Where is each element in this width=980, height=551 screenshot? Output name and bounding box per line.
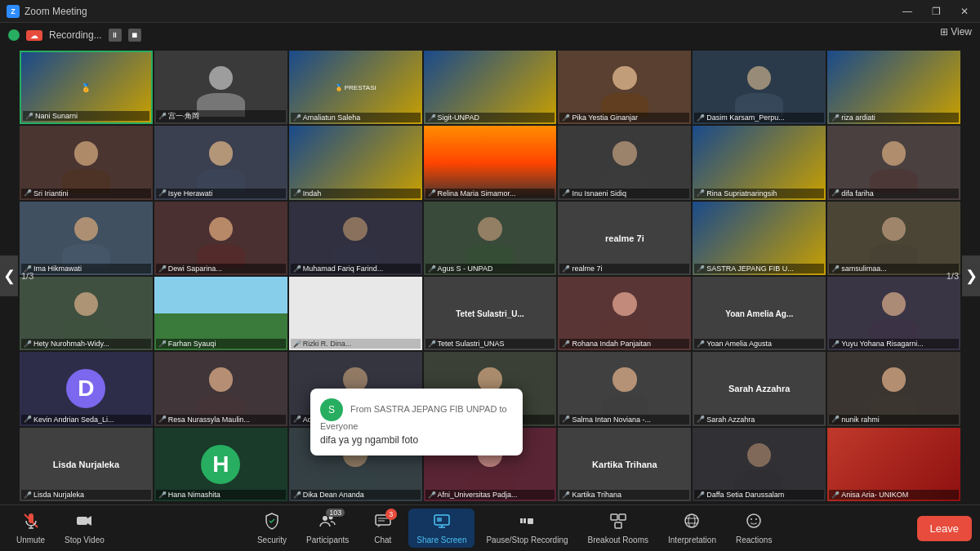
video-cell-miyako[interactable]: 🎤宫一·角岡 (154, 51, 287, 124)
cell-name-ima: 🎤Ima Hikmawati (21, 264, 151, 273)
cell-name-dasim: 🎤Dasim Karsam_Perpu... (694, 113, 824, 122)
cell-name-nunik: 🎤nunik rahmi (829, 415, 959, 424)
video-cell-sri[interactable]: 🎤Sri Iriantini (20, 126, 153, 199)
maximize-button[interactable]: ❐ (927, 6, 946, 17)
video-cell-kartika[interactable]: Kartika Trihana 🎤Kartika Trihana (558, 428, 691, 501)
cell-name-sri: 🎤Sri Iriantini (21, 189, 151, 198)
video-cell-isye[interactable]: 🎤Isye Herawati (154, 126, 287, 199)
svg-point-25 (747, 514, 760, 527)
video-cell-inu[interactable]: 🎤Inu Isnaeni Sidiq (558, 126, 691, 199)
video-cell-kevin[interactable]: D 🎤Kevin Andrian Seda_Li... (20, 352, 153, 425)
titlebar-title: Zoom Meeting (24, 6, 87, 17)
chat-button[interactable]: 3 Chat (360, 509, 405, 548)
video-cell-muhamad[interactable]: 🎤Muhamad Fariq Farind... (289, 202, 422, 275)
video-cell-agus[interactable]: 🎤Agus S - UNPAD (424, 202, 557, 275)
video-cell-lisda[interactable]: Lisda Nurjaleka 🎤Lisda Nurjaleka (20, 428, 153, 501)
next-page-button[interactable]: ❯ (962, 256, 980, 296)
recording-cloud-icon: ☁ (26, 30, 42, 41)
cell-name-samsul: 🎤samsulimaa... (829, 264, 959, 273)
svg-rect-12 (437, 518, 442, 522)
video-cell-sastra[interactable]: 🎤SASTRA JEPANG FIB U... (693, 202, 826, 275)
interpretation-icon (683, 512, 701, 534)
cell-name-nani: 🎤Nani Sunarni (23, 111, 149, 121)
close-button[interactable]: ✕ (956, 6, 973, 17)
video-cell-amaliatun[interactable]: 🏅 PRESTASI 🎤Amaliatun Saleha (289, 51, 422, 124)
leave-button[interactable]: Leave (917, 516, 972, 541)
share-screen-icon (433, 512, 451, 534)
chat-popup: S From SASTRA JEPANG FIB UNPAD to Everyo… (310, 389, 523, 455)
toolbar-center: Security 103 Participants (249, 509, 781, 548)
video-cell-daffa[interactable]: 🎤Daffa Setia Darussalam (693, 428, 826, 501)
participants-button[interactable]: 103 Participants (298, 509, 357, 548)
video-cell-sigit[interactable]: 🎤Sigit-UNPAD (424, 51, 557, 124)
share-screen-button[interactable]: Share Screen (408, 509, 474, 548)
breakout-rooms-button[interactable]: Breakout Rooms (580, 509, 657, 548)
svg-point-27 (755, 518, 757, 520)
svg-rect-20 (615, 522, 621, 528)
cell-name-difa: 🎤difa fariha (829, 189, 959, 198)
security-button[interactable]: Security (249, 509, 295, 548)
video-cell-rizki[interactable]: 🎤Rizki R. Dina... (289, 277, 422, 350)
pause-stop-recording-button[interactable]: Pause/Stop Recording (478, 509, 576, 548)
video-cell-dasim[interactable]: 🎤Dasim Karsam_Perpu... (693, 51, 826, 124)
svg-point-22 (688, 514, 695, 527)
video-cell-relina[interactable]: 🎤Relina Maria Simamor... (424, 126, 557, 199)
cell-name-sigit: 🎤Sigit-UNPAD (425, 113, 555, 122)
video-cell-farhan[interactable]: 🎤Farhan Syauqi (154, 277, 287, 350)
unmute-button[interactable]: Unmute (8, 509, 53, 548)
stop-video-button[interactable]: Stop Video (56, 509, 113, 548)
cell-name-amaliatun: 🎤Amaliatun Saleha (291, 113, 421, 122)
video-cell-indah[interactable]: 🎤Indah (289, 126, 422, 199)
chat-label: Chat (374, 535, 391, 544)
video-cell-ima[interactable]: 🎤Ima Hikmawati (20, 202, 153, 275)
video-cell-riza[interactable]: 🎤riza ardiati (827, 51, 960, 124)
video-cell-resa[interactable]: 🎤Resa Nurassyla Maulin... (154, 352, 287, 425)
video-cell-hety[interactable]: 🎤Hety Nurohmah-Widy... (20, 277, 153, 350)
prev-page-button[interactable]: ❮ (0, 256, 18, 296)
titlebar-controls[interactable]: — ❐ ✕ (898, 6, 973, 17)
video-cell-dewi[interactable]: 🎤Dewi Saparina... (154, 202, 287, 275)
cell-name-dewi: 🎤Dewi Saparina... (156, 264, 286, 273)
cell-name-resa: 🎤Resa Nurassyla Maulin... (156, 415, 286, 424)
video-cell-samsul[interactable]: 🎤samsulimaa... (827, 202, 960, 275)
cell-name-rina: 🎤Rina Supriatnaringsih (694, 189, 824, 198)
chat-message: difa ya yg ngambil foto (320, 434, 513, 446)
cell-name-sastra: 🎤SASTRA JEPANG FIB U... (694, 264, 824, 273)
video-icon (75, 512, 93, 534)
titlebar: Z Zoom Meeting — ❐ ✕ (0, 0, 980, 23)
interpretation-button[interactable]: Interpretation (660, 509, 724, 548)
video-cell-nunik[interactable]: 🎤nunik rahmi (827, 352, 960, 425)
video-cell-pika[interactable]: 🎤Pika Yestia Ginanjar (558, 51, 691, 124)
video-cell-difa[interactable]: 🎤difa fariha (827, 126, 960, 199)
cell-name-riza: 🎤riza ardiati (829, 113, 959, 122)
recording-icon (518, 512, 536, 534)
video-cell-rina[interactable]: 🎤Rina Supriatnaringsih (693, 126, 826, 199)
recording-bar: ☁ Recording... ⏸ ⏹ ⊞ View (0, 23, 980, 47)
cell-name-muhamad: 🎤Muhamad Fariq Farind... (291, 264, 421, 273)
video-cell-anisa[interactable]: 🎤Anisa Aria- UNIKOM (827, 428, 960, 501)
view-button[interactable]: ⊞ View (940, 26, 972, 38)
cell-name-rohana: 🎤Rohana Indah Panjaitan (559, 339, 689, 349)
video-cell-salma[interactable]: 🎤Salma Intan Noviana -... (558, 352, 691, 425)
video-cell-hana[interactable]: H 🎤Hana Nimashita (154, 428, 287, 501)
reactions-button[interactable]: Reactions (728, 509, 780, 548)
video-cell-tetet[interactable]: Tetet Sulastri_U... 🎤Tetet Sulastri_UNAS (424, 277, 557, 350)
cell-name-tetet: 🎤Tetet Sulastri_UNAS (425, 339, 555, 349)
chat-badge: 3 (385, 509, 397, 520)
recording-pause-button[interactable]: ⏸ (109, 29, 122, 42)
right-page-indicator: 1/3 (947, 271, 959, 281)
chat-sender-icon: S (320, 398, 343, 421)
svg-rect-4 (77, 517, 87, 525)
video-cell-rohana[interactable]: 🎤Rohana Indah Panjaitan (558, 277, 691, 350)
svg-rect-16 (523, 518, 526, 523)
minimize-button[interactable]: — (898, 6, 917, 17)
breakout-rooms-label: Breakout Rooms (588, 535, 648, 544)
recording-stop-button[interactable]: ⏹ (128, 29, 141, 42)
cell-name-afni: 🎤Afni_Universitas Padja... (425, 490, 555, 500)
video-cell-sarah[interactable]: Sarah Azzahra 🎤Sarah Azzahra (693, 352, 826, 425)
video-cell-realme[interactable]: realme 7i 🎤realme 7i (558, 202, 691, 275)
video-cell-nani[interactable]: 🏅 🎤Nani Sunarni (20, 51, 153, 124)
cell-name-farhan: 🎤Farhan Syauqi (156, 339, 286, 349)
video-cell-yuyu[interactable]: 🎤Yuyu Yohana Risagarni... (827, 277, 960, 350)
video-cell-yoan[interactable]: Yoan Amelia Ag... 🎤Yoan Amelia Agusta (693, 277, 826, 350)
